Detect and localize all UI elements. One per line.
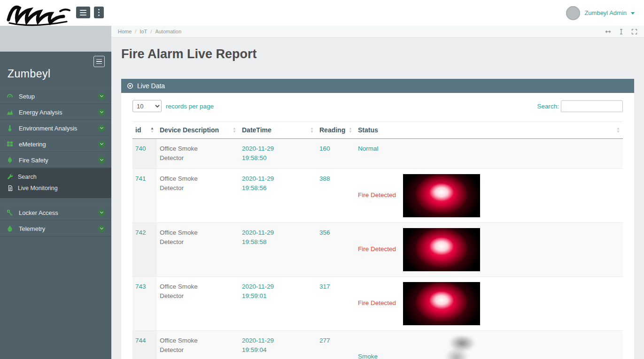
cell-id: 741 bbox=[132, 168, 157, 222]
sidebar-top-band bbox=[0, 26, 111, 52]
sidebar-item-fire-safety[interactable]: Fire Safety bbox=[0, 152, 111, 168]
sidebar-item-label: Setup bbox=[19, 93, 93, 100]
sidebar-subitem-live-monitoring[interactable]: Live Monitoring bbox=[0, 183, 111, 194]
sidebar-subitem-label: Search bbox=[18, 174, 37, 180]
column-header-status[interactable]: Status▲▼ bbox=[355, 122, 623, 139]
chart-icon bbox=[6, 108, 14, 116]
sidebar-item-label: Locker Access bbox=[19, 209, 93, 216]
chevron-down-icon[interactable] bbox=[631, 12, 635, 15]
sidebar-menu: SetupEnergy AnalysisEnvironment Analysis… bbox=[0, 88, 111, 237]
resize-vertical-icon[interactable] bbox=[618, 29, 624, 35]
sidebar-item-label: Fire Safety bbox=[19, 157, 93, 164]
cell-device-description: Office Smoke Detector bbox=[157, 222, 239, 276]
sidebar-item-label: eMetering bbox=[19, 141, 93, 148]
fire-alarm-image bbox=[403, 174, 480, 217]
sort-icon: ▲▼ bbox=[310, 126, 314, 133]
live-data-table: id▲▼Device Description▲▼DateTime▲▼Readin… bbox=[132, 122, 623, 359]
column-header-datetime[interactable]: DateTime▲▼ bbox=[239, 122, 317, 139]
sort-icon: ▲▼ bbox=[150, 126, 154, 133]
breadcrumb-bar: Home/IoT/Automation bbox=[111, 26, 644, 38]
column-header-device-description[interactable]: Device Description▲▼ bbox=[157, 122, 239, 139]
status-label: Fire Detected bbox=[358, 191, 403, 200]
status-label: Normal bbox=[358, 144, 403, 153]
cell-reading: 356 bbox=[317, 222, 355, 276]
column-label: Status bbox=[358, 126, 378, 134]
table-controls: 10 records per page Search: bbox=[132, 100, 623, 112]
cell-status: Normal bbox=[355, 139, 623, 169]
resize-horizontal-icon[interactable] bbox=[605, 29, 611, 35]
breadcrumb-item-home[interactable]: Home bbox=[118, 29, 132, 34]
topbar: Zumbeyl Admin bbox=[0, 0, 644, 26]
table-row: 744Office Smoke Detector2020-11-29 19:59… bbox=[132, 330, 623, 359]
search-input[interactable] bbox=[561, 100, 623, 112]
target-icon bbox=[127, 83, 133, 89]
wrench-icon bbox=[7, 174, 14, 180]
panel-body: 10 records per page Search: id▲▼Device D… bbox=[121, 93, 634, 359]
cell-device-description: Office Smoke Detector bbox=[157, 276, 239, 330]
sort-icon: ▲▼ bbox=[233, 126, 236, 133]
cell-reading: 317 bbox=[317, 276, 355, 330]
cell-datetime: 2020-11-29 19:58:56 bbox=[239, 168, 317, 222]
sidebar-toggle-button[interactable] bbox=[76, 7, 90, 18]
breadcrumb-item-iot[interactable]: IoT bbox=[140, 29, 147, 34]
sidebar-subitem-label: Live Monitoring bbox=[18, 185, 58, 191]
cell-device-description: Office Smoke Detector bbox=[157, 330, 239, 359]
sidebar-item-setup[interactable]: Setup bbox=[0, 88, 111, 104]
sidebar-brand-area: Zumbeyl bbox=[0, 52, 111, 88]
meter-icon bbox=[6, 140, 14, 148]
page-title: Fire Alarm Live Report bbox=[111, 38, 644, 61]
sidebar-subitem-search[interactable]: Search bbox=[0, 171, 111, 183]
brand-logo[interactable] bbox=[5, 1, 75, 28]
panel-toggle-button[interactable] bbox=[94, 7, 104, 18]
topbar-left bbox=[0, 0, 111, 26]
sidebar-item-emetering[interactable]: eMetering bbox=[0, 136, 111, 152]
chevron-down-icon bbox=[98, 157, 105, 164]
status-label: Smoke Detected bbox=[358, 352, 403, 359]
sidebar-item-telemetry[interactable]: Telemetry bbox=[0, 221, 111, 237]
dashboard-icon bbox=[6, 92, 14, 100]
page-size-select[interactable]: 10 bbox=[132, 100, 162, 112]
ellipsis-vertical-icon bbox=[98, 9, 100, 10]
sidebar-item-energy-analysis[interactable]: Energy Analysis bbox=[0, 104, 111, 120]
cell-device-description: Office Smoke Detector bbox=[157, 139, 239, 169]
table-body: 740Office Smoke Detector2020-11-29 19:58… bbox=[132, 139, 623, 359]
fullscreen-icon[interactable] bbox=[631, 29, 637, 35]
table-row: 740Office Smoke Detector2020-11-29 19:58… bbox=[132, 139, 623, 169]
droplet-icon bbox=[6, 225, 14, 232]
cell-datetime: 2020-11-29 19:59:04 bbox=[239, 330, 317, 359]
sidebar-item-locker-access[interactable]: Locker Access bbox=[0, 205, 111, 221]
column-header-reading[interactable]: Reading▲▼ bbox=[317, 122, 355, 139]
table-row: 743Office Smoke Detector2020-11-29 19:59… bbox=[132, 276, 623, 330]
smoke-image bbox=[437, 336, 482, 359]
thermometer-icon bbox=[6, 124, 14, 132]
avatar[interactable] bbox=[566, 6, 580, 20]
sidebar-item-environment-analysis[interactable]: Environment Analysis bbox=[0, 120, 111, 136]
list-icon bbox=[96, 59, 102, 60]
cell-id: 742 bbox=[132, 222, 157, 276]
chevron-down-icon bbox=[98, 141, 105, 148]
topbar-right: Zumbeyl Admin bbox=[111, 0, 644, 26]
user-menu[interactable]: Zumbeyl Admin bbox=[584, 9, 627, 16]
file-icon bbox=[7, 185, 14, 191]
cell-reading: 388 bbox=[317, 168, 355, 222]
chevron-down-icon bbox=[98, 93, 105, 100]
cell-datetime: 2020-11-29 19:58:58 bbox=[239, 222, 317, 276]
cell-status: Fire Detected bbox=[355, 222, 623, 276]
chevron-down-icon bbox=[98, 125, 105, 132]
cell-datetime: 2020-11-29 19:59:01 bbox=[239, 276, 317, 330]
column-label: Device Description bbox=[160, 126, 219, 134]
column-label: Reading bbox=[319, 126, 345, 134]
sidebar: Zumbeyl SetupEnergy AnalysisEnvironment … bbox=[0, 26, 111, 359]
cell-device-description: Office Smoke Detector bbox=[157, 168, 239, 222]
sidebar-brand-title: Zumbeyl bbox=[8, 68, 51, 80]
cell-status: Smoke Detected bbox=[355, 330, 623, 359]
panel-header: Live Data bbox=[121, 79, 634, 93]
table-header-row: id▲▼Device Description▲▼DateTime▲▼Readin… bbox=[132, 122, 623, 139]
chevron-down-icon bbox=[98, 209, 105, 216]
cell-reading: 160 bbox=[317, 139, 355, 169]
column-header-id[interactable]: id▲▼ bbox=[132, 122, 157, 139]
breadcrumb-separator: / bbox=[150, 29, 152, 34]
layout-list-button[interactable] bbox=[93, 56, 105, 67]
search-label: Search: bbox=[537, 103, 559, 110]
column-label: id bbox=[135, 126, 141, 134]
